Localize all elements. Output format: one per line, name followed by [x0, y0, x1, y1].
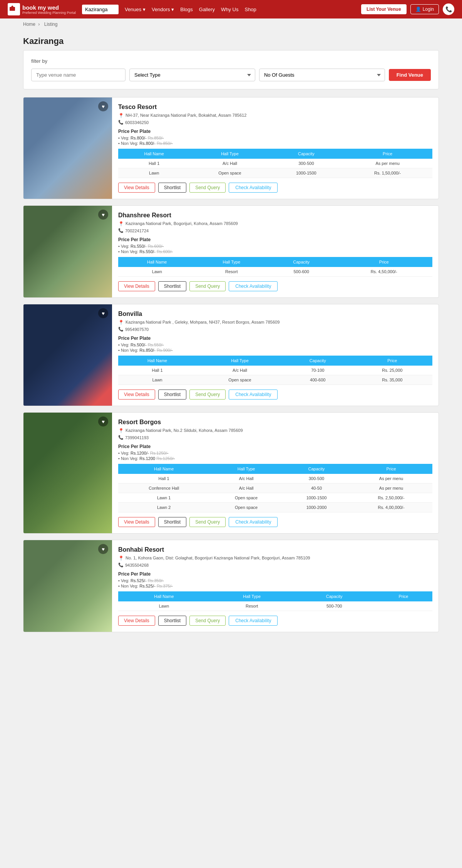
phone-button[interactable]: 📞 — [443, 3, 454, 15]
col-header: Price — [350, 464, 432, 474]
hall-table: Hall NameHall TypeCapacityPrice Hall 1 A… — [118, 149, 432, 178]
venue-name-input[interactable] — [31, 69, 126, 81]
venue-name: Resort Borgos — [118, 419, 432, 426]
location-pin-icon: 📍 — [118, 556, 124, 561]
nav-shop[interactable]: Shop — [244, 7, 256, 12]
hall-capacity: 1000-2000 — [283, 503, 350, 512]
hall-row: Lawn Open space 400-600 Rs. 35,000 — [118, 375, 432, 385]
shortlist-button[interactable]: Shortlist — [158, 390, 186, 400]
logo-area: book my wed Preferred Wedding Planning P… — [8, 3, 76, 15]
login-button[interactable]: 👤 Login — [410, 4, 439, 14]
breadcrumb-home[interactable]: Home — [23, 22, 35, 27]
nonveg-price: • Non Veg: Rs.525/- Rs.375/- — [118, 584, 432, 588]
col-header: Capacity — [294, 591, 375, 601]
nonveg-price: • Non Veg: Rs.1200 Rs.1250/- — [118, 456, 432, 461]
view-details-button[interactable]: View Details — [118, 517, 155, 527]
venue-name: Bonhabi Resort — [118, 546, 432, 553]
list-venue-button[interactable]: List Your Venue — [361, 4, 407, 14]
venue-details: Resort Borgos 📍 Kaziranga National Park,… — [112, 413, 439, 533]
location-pin-icon: 📍 — [118, 221, 124, 227]
shortlist-button[interactable]: Shortlist — [158, 281, 186, 291]
hall-name: Lawn — [118, 168, 190, 178]
send-query-button[interactable]: Send Query — [189, 183, 226, 193]
heart-icon[interactable]: ♥ — [98, 416, 108, 426]
nav-venues[interactable]: Venues ▾ — [125, 7, 146, 12]
hall-price: Rs. 2,50,000/- — [350, 493, 432, 503]
hall-price: As per menu — [350, 484, 432, 493]
price-section: Price Per Plate • Veg: Rs.800/- Rs.850/-… — [118, 129, 432, 146]
hall-capacity: 400-600 — [283, 375, 352, 385]
nav-vendors[interactable]: Vendors ▾ — [152, 7, 174, 12]
venue-address: 📍 Kaziranga National Park, Bogorijuri, K… — [118, 221, 432, 227]
col-header: Price — [375, 591, 432, 601]
hall-name: Hall 1 — [118, 159, 190, 168]
location-select[interactable]: Kaziranga — [82, 5, 119, 14]
hall-type: Open space — [209, 503, 283, 512]
price-section: Price Per Plate • Veg: Rs.500/- Rs.550/-… — [118, 336, 432, 353]
select-type-dropdown[interactable]: Select Type — [129, 69, 255, 81]
shortlist-button[interactable]: Shortlist — [158, 183, 186, 193]
nav-links: Venues ▾ Vendors ▾ Blogs Gallery Why Us … — [125, 7, 256, 12]
venue-card-5: ♥ Bonhabi Resort 📍 No. 1, Kohora Gaon, D… — [23, 540, 439, 632]
venue-phone: 📞 7002241724 — [118, 228, 432, 233]
send-query-button[interactable]: Send Query — [189, 517, 226, 527]
send-query-button[interactable]: Send Query — [189, 281, 226, 291]
shortlist-button[interactable]: Shortlist — [158, 517, 186, 527]
phone-icon: 📞 — [118, 327, 124, 332]
price-per-plate-title: Price Per Plate — [118, 237, 432, 242]
filter-box: filter by Select Type No Of Guests Find … — [23, 50, 439, 89]
location-pin-icon: 📍 — [118, 113, 124, 118]
logo-icon — [8, 3, 20, 15]
check-availability-button[interactable]: Check Availability — [229, 390, 278, 400]
send-query-button[interactable]: Send Query — [189, 616, 226, 626]
col-header: Hall Type — [190, 149, 270, 159]
nav-whyus[interactable]: Why Us — [221, 7, 239, 12]
hall-capacity: 40-50 — [283, 484, 350, 493]
col-header: Hall Type — [196, 257, 267, 267]
breadcrumb-current: Listing — [44, 22, 58, 27]
heart-icon[interactable]: ♥ — [98, 101, 108, 111]
col-header: Capacity — [283, 464, 350, 474]
check-availability-button[interactable]: Check Availability — [229, 517, 278, 527]
hall-capacity: 500-600 — [267, 267, 335, 277]
venue-card-1: ♥ Tesco Resort 📍 NH-37, Near Kaziranga N… — [23, 97, 439, 199]
breadcrumb-separator: › — [38, 22, 40, 27]
check-availability-button[interactable]: Check Availability — [229, 616, 278, 626]
check-availability-button[interactable]: Check Availability — [229, 183, 278, 193]
heart-icon[interactable]: ♥ — [98, 544, 108, 554]
hall-capacity: 500-700 — [294, 601, 375, 611]
nav-blogs[interactable]: Blogs — [180, 7, 193, 12]
hall-price: Rs. 25,000 — [352, 366, 432, 375]
send-query-button[interactable]: Send Query — [189, 390, 226, 400]
view-details-button[interactable]: View Details — [118, 281, 155, 291]
nonveg-price: • Non Veg: Rs.550/- Rs.600/- — [118, 249, 432, 254]
header-right: List Your Venue 👤 Login 📞 — [361, 3, 454, 15]
hall-name: Lawn — [118, 375, 196, 385]
check-availability-button[interactable]: Check Availability — [229, 281, 278, 291]
col-header: Hall Type — [196, 356, 283, 366]
col-header: Hall Name — [118, 591, 210, 601]
hall-row: Hall 1 A/c Hall 300-500 As per menu — [118, 474, 432, 484]
view-details-button[interactable]: View Details — [118, 616, 155, 626]
heart-icon[interactable]: ♥ — [98, 308, 108, 318]
heart-icon[interactable]: ♥ — [98, 210, 108, 220]
price-per-plate-title: Price Per Plate — [118, 129, 432, 134]
phone-icon: 📞 — [118, 228, 124, 233]
view-details-button[interactable]: View Details — [118, 390, 155, 400]
hall-table: Hall NameHall TypeCapacityPrice Hall 1 A… — [118, 464, 432, 512]
col-header: Capacity — [283, 356, 352, 366]
venue-image: ♥ — [23, 413, 112, 533]
view-details-button[interactable]: View Details — [118, 183, 155, 193]
no-of-guests-dropdown[interactable]: No Of Guests — [259, 69, 385, 81]
shortlist-button[interactable]: Shortlist — [158, 616, 186, 626]
phone-icon: 📞 — [118, 120, 124, 125]
action-buttons: View Details Shortlist Send Query Check … — [118, 281, 432, 291]
col-header: Capacity — [267, 257, 335, 267]
find-venue-button[interactable]: Find Venue — [389, 69, 431, 81]
hall-row: Lawn Resort 500-600 Rs. 4,50,000/- — [118, 267, 432, 277]
hall-name: Lawn — [118, 267, 196, 277]
venue-details: Bonvilla 📍 Kaziranga National Park , Gel… — [112, 304, 439, 406]
hall-name: Hall 1 — [118, 366, 196, 375]
nav-gallery[interactable]: Gallery — [199, 7, 215, 12]
col-header: Price — [352, 356, 432, 366]
